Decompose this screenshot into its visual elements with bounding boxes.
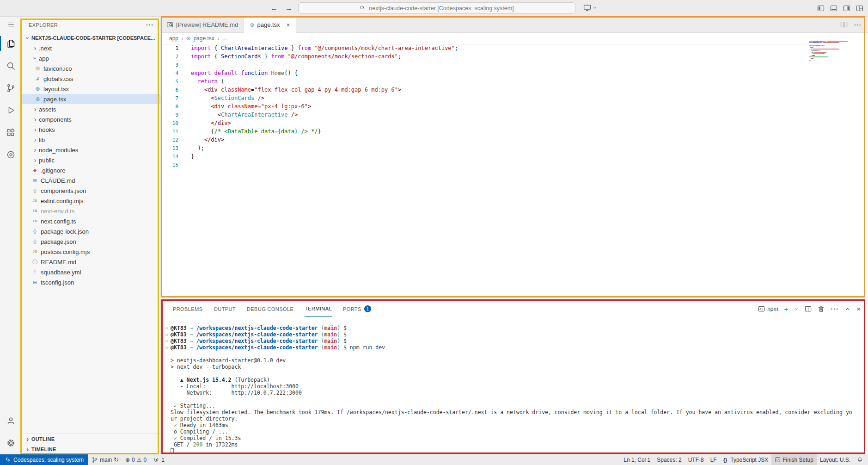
codespaces-menu-button[interactable] [583, 4, 597, 12]
tab-readme-preview[interactable]: [Preview] README.md [161, 17, 244, 32]
finish-setup-button[interactable]: Finish Setup [771, 454, 817, 465]
encoding-indicator[interactable]: UTF-8 [685, 454, 707, 465]
terminal-output[interactable]: @KT83 → /workspaces/nextjs-claude-code-s… [161, 317, 868, 454]
line-number: 6 [161, 87, 185, 93]
tree-folder-node_modules[interactable]: ›node_modules [22, 145, 160, 155]
account-icon[interactable] [0, 409, 22, 432]
command-decoration-icon[interactable] [165, 334, 168, 336]
json-file-icon: {} [31, 229, 38, 234]
tab-problems[interactable]: PROBLEMS [173, 301, 202, 317]
json-file-icon: {} [31, 240, 38, 244]
terminal-more-actions-icon[interactable]: ··· [831, 305, 839, 313]
cursor-position[interactable]: Ln 1, Col 1 [620, 454, 654, 465]
command-decoration-icon[interactable] [165, 327, 168, 329]
tab-terminal[interactable]: TERMINAL [305, 301, 332, 317]
customize-layout-icon[interactable] [856, 5, 863, 12]
terminal-line: @KT83 → /workspaces/nextjs-claude-code-s… [163, 325, 868, 331]
branch-indicator[interactable]: main ↻ [88, 454, 122, 465]
problems-indicator[interactable]: ⊗ 0 ⚠ 0 [122, 454, 150, 465]
minimap[interactable] [809, 41, 860, 64]
tree-folder-hooks[interactable]: ›hooks [22, 124, 160, 135]
tree-file-postcss.config.mjs[interactable]: JSpostcss.config.mjs [22, 247, 160, 257]
tree-item-label: globals.css [43, 75, 73, 82]
remote-indicator[interactable]: Codespaces: scaling system [0, 454, 88, 465]
react-file-icon: ⊛ [34, 96, 41, 102]
terminal-line: ▲ Next.js 15.4.2 (Turbopack) [163, 377, 868, 383]
command-decoration-icon[interactable] [165, 340, 168, 342]
forward-icon[interactable]: → [285, 4, 293, 12]
close-tab-icon[interactable]: × [287, 21, 290, 29]
workspace-root-folder[interactable]: › NEXTJS-CLAUDE-CODE-STARTER [CODESPACE.… [22, 33, 160, 43]
terminal-line: ✓ Starting... [163, 403, 868, 409]
tree-folder-.next[interactable]: ›.next [22, 43, 160, 53]
tree-file-.gitignore[interactable]: ◆.gitignore [22, 165, 160, 175]
tree-file-tsconfig.json[interactable]: ⊞tsconfig.json [22, 277, 160, 287]
notifications-bell[interactable] [854, 454, 866, 465]
back-icon[interactable]: ← [270, 4, 278, 12]
tab-debug-console[interactable]: DEBUG CONSOLE [247, 301, 293, 317]
tree-folder-components[interactable]: ›components [22, 114, 160, 124]
terminal-shell-picker[interactable]: npm [758, 305, 778, 312]
breadcrumb-item-app[interactable]: app [169, 35, 178, 42]
eol-indicator[interactable]: LF [707, 454, 720, 465]
css-file-icon: # [34, 76, 41, 81]
tree-file-components.json[interactable]: {}components.json [22, 186, 160, 196]
toggle-secondary-sidebar-icon[interactable] [843, 5, 850, 12]
chevron-down-icon: › [24, 34, 31, 42]
toggle-primary-sidebar-icon[interactable] [817, 5, 825, 12]
timeline-section[interactable]: › TIMELINE [22, 444, 160, 454]
ports-indicator[interactable]: 1 [150, 454, 168, 465]
command-decoration-icon[interactable] [165, 347, 168, 349]
tree-folder-assets[interactable]: ›assets [22, 104, 160, 114]
line-number: 3 [161, 62, 185, 68]
outline-section[interactable]: › OUTLINE [22, 434, 160, 444]
breadcrumb-item-file[interactable]: page.tsx [193, 35, 214, 42]
tab-page-tsx[interactable]: ⊛ page.tsx × [244, 17, 296, 33]
line-number: 10 [161, 120, 185, 126]
tree-file-page.tsx[interactable]: ⊛page.tsx [22, 94, 160, 104]
tree-file-globals.css[interactable]: #globals.css [22, 74, 160, 84]
tree-file-favicon.ico[interactable]: ▨favicon.ico [22, 63, 160, 74]
run-and-debug-icon[interactable] [0, 99, 22, 121]
tab-ports[interactable]: PORTS 1 [343, 301, 371, 317]
tree-file-next-env.d.ts[interactable]: TSnext-env.d.ts [22, 206, 160, 216]
search-view-icon[interactable] [0, 55, 22, 77]
menu-icon[interactable] [0, 17, 22, 32]
tree-file-squadbase.yml[interactable]: !squadbase.yml [22, 267, 160, 277]
split-terminal-icon[interactable] [805, 305, 812, 312]
explorer-icon[interactable] [0, 32, 22, 55]
tree-folder-lib[interactable]: ›lib [22, 135, 160, 145]
command-center-search[interactable]: nextjs-claude-code-starter [Codespaces: … [298, 2, 575, 14]
tree-file-package-lock.json[interactable]: {}package-lock.json [22, 226, 160, 236]
tree-file-README.md[interactable]: ⓘREADME.md [22, 257, 160, 267]
titlebar: ← → nextjs-claude-code-starter [Codespac… [0, 0, 868, 17]
maximize-panel-icon[interactable] [845, 306, 850, 312]
launch-profile-chevron-icon[interactable] [794, 307, 799, 311]
tree-file-next.config.ts[interactable]: TSnext.config.ts [22, 216, 160, 226]
sync-icon[interactable]: ↻ [114, 457, 119, 463]
tree-folder-app[interactable]: ›app [22, 53, 160, 63]
source-control-icon[interactable] [0, 77, 22, 99]
settings-gear-icon[interactable] [0, 432, 22, 454]
tree-folder-public[interactable]: ›public [22, 155, 160, 165]
language-mode[interactable]: {} TypeScript JSX [720, 454, 772, 465]
tree-file-CLAUDE.md[interactable]: MCLAUDE.md [22, 175, 160, 186]
tree-file-eslint.config.mjs[interactable]: JSeslint.config.mjs [22, 196, 160, 206]
editor-more-actions-icon[interactable]: ··· [854, 21, 862, 28]
breadcrumb-item-symbol[interactable]: … [222, 35, 227, 42]
split-editor-icon[interactable] [840, 21, 848, 28]
toggle-panel-icon[interactable] [830, 5, 837, 12]
code-editor[interactable]: 1import { ChartAreaInteractive } from "@… [161, 44, 808, 169]
close-panel-icon[interactable]: × [856, 305, 861, 313]
tree-file-package.json[interactable]: {}package.json [22, 236, 160, 247]
indentation-indicator[interactable]: Spaces: 2 [654, 454, 685, 465]
kill-terminal-trash-icon[interactable] [818, 305, 825, 312]
remote-explorer-icon[interactable] [0, 143, 22, 166]
new-terminal-icon[interactable]: + [784, 305, 788, 313]
tree-file-layout.tsx[interactable]: ⊛layout.tsx [22, 84, 160, 94]
explorer-more-actions-icon[interactable]: ··· [146, 21, 154, 29]
terminal-line: > nextjs-dashboard-starter@0.1.0 dev [163, 357, 868, 364]
tab-output[interactable]: OUTPUT [214, 301, 236, 317]
keyboard-layout[interactable]: Layout: U.S. [817, 454, 854, 465]
extensions-icon[interactable] [0, 121, 22, 143]
